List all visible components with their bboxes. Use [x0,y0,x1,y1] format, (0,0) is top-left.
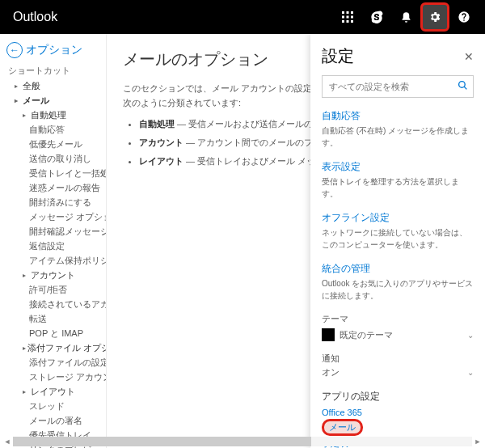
nav-item[interactable]: ▸メール [0,93,106,108]
nav-item[interactable]: 迷惑メールの報告 [0,180,106,195]
theme-swatch [322,328,335,341]
nav-item[interactable]: スレッド [0,399,106,413]
app-link[interactable]: メール [322,418,474,437]
nav-item[interactable]: POP と IMAP [0,326,106,340]
app-launcher-icon[interactable] [333,2,362,32]
caret-icon: ▸ [23,272,29,279]
scroll-track[interactable] [13,437,472,446]
nav-item[interactable]: ▸レイアウト [0,384,106,399]
settings-link[interactable]: 統合の管理 [322,262,474,276]
app-title: Outlook [0,10,333,24]
nav-item[interactable]: 開封確認メッセージ [0,224,106,239]
header-icons [333,2,485,32]
scroll-thumb[interactable] [13,437,311,446]
svg-rect-5 [351,16,353,19]
svg-rect-8 [351,20,353,23]
nav-item[interactable]: 送信の取り消し [0,151,106,166]
settings-desc: 受信トレイを整理する方法を選択します。 [322,175,474,200]
svg-rect-4 [347,16,349,19]
nav-item[interactable]: 受信トレイと一括処理ル… [0,166,106,180]
nav-item[interactable]: ▸全般 [0,78,106,93]
caret-icon: ▸ [23,388,29,395]
options-nav: ← オプション ショートカット ▸全般▸メール▸自動処理自動応答低優先メール送信… [0,34,107,448]
nav-item[interactable]: ▸アカウント [0,268,106,282]
nav-item[interactable]: ▸添付ファイル オプション [0,340,106,355]
settings-link[interactable]: オフライン設定 [322,211,474,225]
svg-rect-0 [342,11,344,14]
caret-icon: ▸ [15,82,21,90]
caret-icon: ▸ [23,112,29,119]
back-label: オプション [26,43,82,57]
settings-desc: 自動応答 (不在時) メッセージを作成します。 [322,125,474,149]
skype-icon[interactable] [362,2,391,32]
notif-selector[interactable]: オン ⌄ [322,366,474,378]
notif-label: 通知 [322,353,474,365]
notifications-icon[interactable] [391,2,420,32]
nav-item[interactable]: 許可/拒否 [0,282,106,297]
help-icon[interactable] [449,2,479,32]
scroll-right-icon[interactable]: ► [472,437,483,446]
svg-rect-3 [342,16,344,19]
settings-desc: Outlook をお気に入りのアプリやサービスに接続します。 [322,277,474,302]
svg-line-10 [464,87,466,89]
settings-gear-icon[interactable] [420,2,449,32]
nav-item[interactable]: 返信設定 [0,239,106,253]
horizontal-scrollbar[interactable]: ◄ ► [2,437,483,446]
nav-item[interactable]: 開封済みにする [0,195,106,209]
chevron-down-icon: ⌄ [467,368,474,377]
settings-desc: ネットワークに接続していない場合は、このコンピューターを使います。 [322,226,474,251]
search-input[interactable] [327,81,458,92]
theme-label: テーマ [322,313,474,325]
svg-rect-7 [347,20,349,23]
svg-point-9 [459,82,466,88]
theme-value: 既定のテーマ [340,329,393,341]
svg-rect-1 [347,11,349,14]
back-options[interactable]: ← オプション [0,39,106,61]
nav-item[interactable]: メールの署名 [0,413,106,428]
chevron-down-icon: ⌄ [467,331,474,340]
nav-item[interactable]: 低優先メール [0,137,106,151]
settings-panel: 設定 ✕ 自動応答自動応答 (不在時) メッセージを作成します。表示設定受信トレ… [310,34,485,448]
nav-item[interactable]: ストレージ アカウント [0,370,106,384]
svg-rect-2 [351,11,353,14]
nav-item[interactable]: 添付ファイルの設定 [0,355,106,370]
back-arrow-icon: ← [6,42,23,58]
caret-icon: ▸ [15,97,21,104]
nav-item[interactable]: 転送 [0,311,106,326]
nav-item[interactable]: 接続されているアカウント [0,297,106,311]
nav-item[interactable]: 自動応答 [0,122,106,137]
nav-item[interactable]: ▸自動処理 [0,108,106,122]
close-icon[interactable]: ✕ [464,50,474,63]
nav-item[interactable]: メッセージ オプション [0,209,106,224]
notif-value: オン [322,366,340,378]
settings-link[interactable]: 表示設定 [322,160,474,174]
search-icon[interactable] [458,80,468,93]
settings-link[interactable]: 自動応答 [322,109,474,123]
nav-item[interactable]: アイテム保持ポリシー [0,253,106,268]
svg-rect-6 [342,20,344,23]
apps-label: アプリの設定 [322,390,474,404]
theme-selector[interactable]: 既定のテーマ ⌄ [322,328,474,341]
shortcut-label: ショートカット [0,61,106,78]
app-link[interactable]: Office 365 [322,407,474,418]
panel-title: 設定 [322,45,354,67]
settings-search[interactable] [322,75,474,98]
scroll-left-icon[interactable]: ◄ [2,437,13,446]
caret-icon: ▸ [23,344,26,352]
